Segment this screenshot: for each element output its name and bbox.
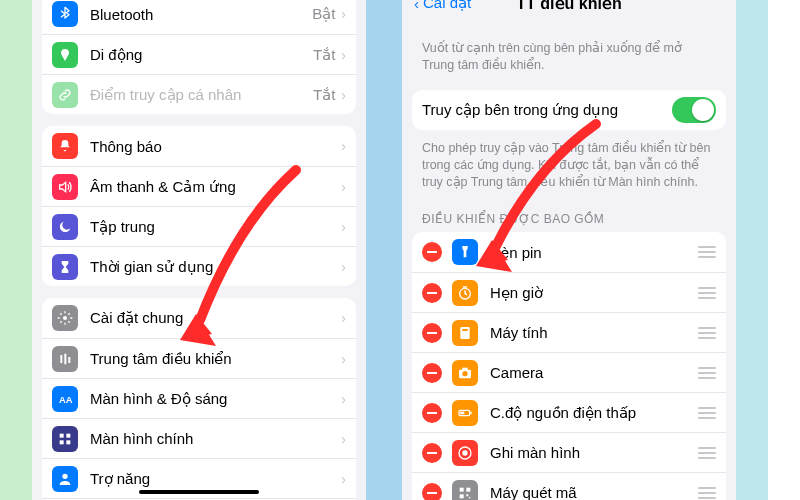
toggle-footnote: Cho phép truy cập vào Trung tâm điều khi… xyxy=(402,130,736,195)
sliders-icon xyxy=(52,346,78,372)
svg-rect-27 xyxy=(466,488,470,492)
speaker-icon xyxy=(52,174,78,200)
row-label: Hẹn giờ xyxy=(490,284,690,302)
included-row[interactable]: Hẹn giờ xyxy=(412,272,726,312)
battery-icon xyxy=(452,400,478,426)
svg-rect-28 xyxy=(460,494,464,498)
svg-rect-3 xyxy=(68,357,70,363)
svg-rect-6 xyxy=(66,433,70,437)
drag-handle-icon[interactable] xyxy=(698,407,716,419)
general-row[interactable]: Cài đặt chung› xyxy=(42,298,356,338)
chevron-right-icon: › xyxy=(341,138,346,154)
notifications-row[interactable]: Thời gian sử dụng› xyxy=(42,246,356,286)
chevron-right-icon: › xyxy=(341,6,346,22)
link-icon xyxy=(52,82,78,108)
notifications-row[interactable]: Âm thanh & Cảm ứng› xyxy=(42,166,356,206)
chevron-right-icon: › xyxy=(341,351,346,367)
row-label: Tập trung xyxy=(90,218,341,236)
row-label: Thời gian sử dụng xyxy=(90,258,341,276)
row-value: Bật xyxy=(312,5,335,23)
row-label: Cài đặt chung xyxy=(90,309,341,327)
chevron-right-icon: › xyxy=(341,259,346,275)
included-row[interactable]: C.độ nguồn điện thấp xyxy=(412,392,726,432)
connectivity-row[interactable]: Di độngTắt› xyxy=(42,34,356,74)
svg-point-9 xyxy=(62,473,67,478)
moon-icon xyxy=(52,214,78,240)
svg-rect-8 xyxy=(66,440,70,444)
timer-icon xyxy=(452,280,478,306)
connectivity-row[interactable]: BluetoothBật› xyxy=(42,0,356,34)
svg-rect-29 xyxy=(466,494,468,496)
drag-handle-icon[interactable] xyxy=(698,447,716,459)
switch-on-icon[interactable] xyxy=(672,97,716,123)
remove-icon[interactable] xyxy=(422,443,442,463)
record-icon xyxy=(452,440,478,466)
row-label: Đèn pin xyxy=(490,244,690,261)
control-centre-screen: ‹ Cài đặt TT điều khiển Vuốt từ cạnh trê… xyxy=(402,0,736,500)
svg-rect-1 xyxy=(60,355,62,363)
remove-icon[interactable] xyxy=(422,363,442,383)
general-row[interactable]: Trung tâm điều khiển› xyxy=(42,338,356,378)
antenna-icon xyxy=(52,42,78,68)
included-row[interactable]: Ghi màn hình xyxy=(412,432,726,472)
included-row[interactable]: Camera xyxy=(412,352,726,392)
home-indicator xyxy=(139,490,259,494)
remove-icon[interactable] xyxy=(422,483,442,500)
row-value: Tắt xyxy=(313,86,335,104)
chevron-right-icon: › xyxy=(341,391,346,407)
chevron-right-icon: › xyxy=(341,87,346,103)
nav-bar: ‹ Cài đặt TT điều khiển xyxy=(402,0,736,10)
row-label: Thông báo xyxy=(90,138,341,155)
row-label: Âm thanh & Cảm ứng xyxy=(90,178,341,196)
svg-rect-2 xyxy=(64,353,66,364)
svg-rect-30 xyxy=(469,497,470,498)
notifications-row[interactable]: Thông báo› xyxy=(42,126,356,166)
included-row[interactable]: Đèn pin xyxy=(412,232,726,272)
chevron-right-icon: › xyxy=(341,310,346,326)
camera-icon xyxy=(452,360,478,386)
included-row[interactable]: Máy tính xyxy=(412,312,726,352)
svg-rect-17 xyxy=(462,329,467,331)
connectivity-row[interactable]: Điểm truy cập cá nhânTắt› xyxy=(42,74,356,114)
drag-handle-icon[interactable] xyxy=(698,246,716,258)
general-row[interactable]: Màn hình chính› xyxy=(42,418,356,458)
decorative-strip-left xyxy=(0,0,32,500)
bluetooth-icon xyxy=(52,1,78,27)
svg-rect-7 xyxy=(60,440,64,444)
section-header-included: ĐIỀU KHIỂN ĐƯỢC BAO GỒM xyxy=(402,194,736,230)
notifications-row[interactable]: Tập trung› xyxy=(42,206,356,246)
decorative-strip-right xyxy=(736,0,768,500)
row-label: Trung tâm điều khiển xyxy=(90,350,341,368)
svg-point-0 xyxy=(63,316,67,320)
svg-rect-26 xyxy=(460,488,464,492)
row-label: Camera xyxy=(490,364,690,381)
grid-icon xyxy=(52,426,78,452)
row-label: Điểm truy cập cá nhân xyxy=(90,86,313,104)
drag-handle-icon[interactable] xyxy=(698,367,716,379)
remove-icon[interactable] xyxy=(422,403,442,423)
chevron-right-icon: › xyxy=(341,471,346,487)
drag-handle-icon[interactable] xyxy=(698,327,716,339)
svg-rect-16 xyxy=(460,327,469,339)
remove-icon[interactable] xyxy=(422,283,442,303)
remove-icon[interactable] xyxy=(422,242,442,262)
row-value: Tắt xyxy=(313,46,335,64)
drag-handle-icon[interactable] xyxy=(698,287,716,299)
toggle-row-access-within-apps[interactable]: Truy cập bên trong ứng dụng xyxy=(412,90,726,130)
gear-icon xyxy=(52,305,78,331)
included-row[interactable]: Máy quét mã xyxy=(412,472,726,500)
svg-text:AA: AA xyxy=(59,395,73,405)
settings-screen: BluetoothBật›Di độngTắt›Điểm truy cập cá… xyxy=(32,0,366,500)
calc-icon xyxy=(452,320,478,346)
hint-text: Vuốt từ cạnh trên cùng bên phải xuống để… xyxy=(402,10,736,78)
svg-rect-5 xyxy=(60,433,64,437)
chevron-right-icon: › xyxy=(341,179,346,195)
remove-icon[interactable] xyxy=(422,323,442,343)
drag-handle-icon[interactable] xyxy=(698,487,716,499)
qr-icon xyxy=(452,480,478,500)
svg-point-19 xyxy=(462,371,467,376)
svg-rect-22 xyxy=(470,412,471,415)
row-label: Máy quét mã xyxy=(490,484,690,500)
row-label: Ghi màn hình xyxy=(490,444,690,461)
general-row[interactable]: AAMàn hình & Độ sáng› xyxy=(42,378,356,418)
